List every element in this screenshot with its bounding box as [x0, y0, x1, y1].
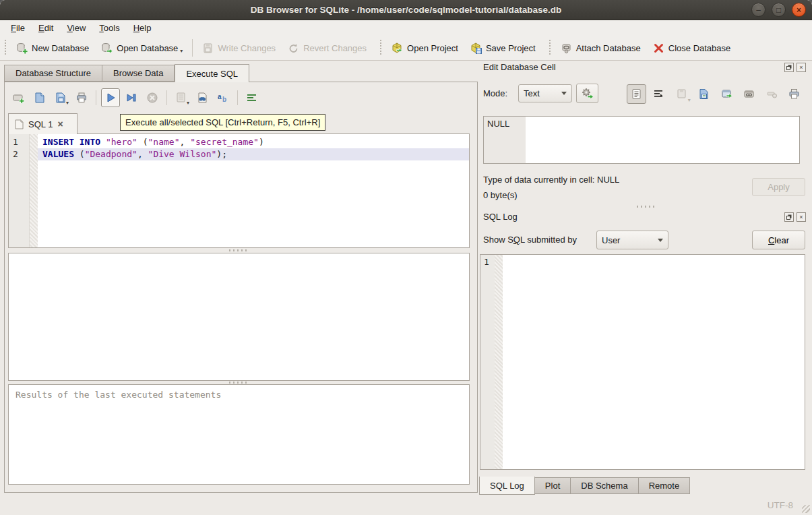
sql-log-view[interactable]: 1	[480, 254, 805, 470]
toolbar-drag-handle[interactable]	[547, 40, 553, 56]
tab-plot[interactable]: Plot	[535, 477, 571, 494]
maximize-button[interactable]: □	[772, 3, 786, 17]
save-results-button[interactable]: ▾	[172, 88, 191, 107]
sql-toolbar-separator	[237, 90, 238, 105]
sql-editor-code-lines[interactable]: INSERT INTO "hero" ("name", "secret_name…	[38, 134, 469, 247]
format-sql-button[interactable]: ab	[214, 88, 232, 107]
write-changes-button[interactable]: Write Changes	[196, 38, 282, 58]
export-data-icon[interactable]	[694, 84, 714, 104]
sql-editor-fold-margin	[30, 134, 38, 247]
write-changes-icon	[202, 42, 214, 54]
cell-value-area[interactable]	[526, 117, 799, 163]
sql-toolbar: ▾ ▾ ab	[9, 87, 261, 109]
close-button[interactable]: ×	[792, 3, 806, 17]
stop-execution-button[interactable]	[143, 88, 162, 107]
log-filter-combobox[interactable]: User	[596, 231, 668, 249]
gear-import-icon	[581, 87, 594, 100]
toolbar-drag-handle[interactable]	[378, 40, 383, 56]
sql-editor[interactable]: 12 INSERT INTO "hero" ("name", "secret_n…	[8, 133, 470, 248]
mode-combobox[interactable]: Text	[518, 84, 572, 102]
main-toolbar: New Database Open Database ▾ Write Chang…	[0, 36, 812, 61]
toolbar-drag-handle[interactable]	[3, 40, 8, 56]
open-project-button[interactable]: Open Project	[385, 38, 464, 58]
svg-text:a: a	[218, 93, 222, 100]
minimize-button[interactable]: –	[751, 3, 766, 17]
chevron-down-icon	[561, 92, 567, 95]
attach-database-button[interactable]: Attach Database	[555, 38, 647, 58]
splitter-handle[interactable]	[229, 249, 247, 251]
tab-sql-log[interactable]: SQL Log	[479, 477, 535, 495]
close-database-icon	[653, 42, 664, 54]
save-results-dropdown-caret[interactable]: ▾	[187, 100, 189, 106]
sql-document-tab[interactable]: SQL 1 ×	[8, 113, 77, 134]
cell-value-editor[interactable]: NULL	[483, 116, 800, 164]
execute-all-button[interactable]	[101, 88, 120, 107]
menu-edit[interactable]: Edit	[32, 21, 60, 35]
open-database-dropdown-caret[interactable]: ▾	[180, 48, 183, 54]
results-grid-pane[interactable]	[8, 253, 470, 381]
menu-view[interactable]: View	[60, 21, 92, 35]
close-sql-tab-icon[interactable]: ×	[57, 119, 63, 129]
save-sql-dropdown-caret[interactable]: ▾	[66, 100, 69, 106]
word-wrap-icon[interactable]	[649, 84, 668, 104]
word-wrap-icon[interactable]	[243, 88, 261, 107]
open-project-label: Open Project	[407, 43, 458, 53]
tab-browse-data[interactable]: Browse Data	[102, 65, 175, 82]
text-mode-icon[interactable]	[627, 84, 646, 104]
encoding-indicator: UTF-8	[768, 500, 793, 510]
sql-toolbar-separator	[96, 90, 96, 105]
save-project-button[interactable]: Save Project	[464, 38, 542, 58]
save-sql-file-button[interactable]: ▾	[51, 88, 70, 107]
import-dropdown-caret[interactable]: ▾	[688, 97, 691, 103]
open-external-icon[interactable]	[717, 84, 737, 104]
tab-database-structure[interactable]: Database Structure	[4, 65, 102, 82]
copy-link-icon[interactable]	[739, 84, 759, 104]
cell-size-info: 0 byte(s)	[483, 190, 518, 200]
menu-tools[interactable]: Tools	[92, 21, 126, 35]
line-number: 1	[9, 136, 29, 148]
find-icon[interactable]	[193, 88, 212, 107]
sql-log-content[interactable]	[503, 255, 805, 469]
close-dock-button[interactable]: ×	[797, 63, 806, 72]
menubar: File Edit View Tools Help	[0, 20, 812, 36]
print-button[interactable]	[72, 88, 91, 107]
titlebar[interactable]: DB Browser for SQLite - /home/user/code/…	[0, 0, 812, 20]
open-database-button[interactable]: Open Database ▾	[95, 38, 189, 58]
close-database-button[interactable]: Close Database	[647, 38, 737, 58]
open-sql-tab-button[interactable]	[9, 88, 28, 107]
splitter-handle[interactable]	[229, 382, 247, 384]
save-project-icon	[470, 42, 482, 54]
new-database-button[interactable]: New Database	[10, 38, 95, 58]
execute-line-button[interactable]	[122, 88, 141, 107]
sql-code-line[interactable]: INSERT INTO "hero" ("name", "secret_name…	[38, 136, 469, 148]
menu-help[interactable]: Help	[127, 21, 158, 35]
results-placeholder: Results of the last executed statements	[15, 390, 221, 400]
new-database-label: New Database	[32, 43, 89, 53]
splitter-handle[interactable]	[637, 206, 654, 208]
set-null-icon[interactable]	[762, 84, 782, 104]
import-data-icon[interactable]: ▾	[672, 84, 691, 104]
close-database-label: Close Database	[668, 43, 731, 53]
tooltip: Execute all/selected SQL [Ctrl+Return, F…	[120, 114, 325, 131]
close-dock-button[interactable]: ×	[797, 212, 806, 222]
toolbar-separator	[192, 39, 193, 57]
resize-grip[interactable]	[802, 505, 810, 513]
import-in-cell-button[interactable]	[576, 84, 598, 103]
tab-remote[interactable]: Remote	[639, 477, 691, 494]
float-dock-button[interactable]	[784, 63, 794, 72]
revert-changes-button[interactable]: Revert Changes	[282, 38, 373, 58]
window-title: DB Browser for SQLite - /home/user/code/…	[251, 5, 561, 15]
clear-log-button[interactable]: Clear	[752, 231, 805, 249]
open-database-label: Open Database	[117, 43, 178, 53]
tab-execute-sql[interactable]: Execute SQL	[175, 64, 249, 82]
float-icon	[786, 216, 790, 220]
print-icon[interactable]	[784, 84, 804, 104]
apply-button[interactable]: Apply	[752, 178, 805, 196]
tab-db-schema[interactable]: DB Schema	[571, 477, 638, 494]
sql-code-line[interactable]: VALUES ("Deadpond", "Dive Wilson");	[38, 148, 469, 160]
menu-file[interactable]: File	[4, 21, 32, 35]
float-dock-button[interactable]	[784, 212, 794, 222]
line-number: 2	[9, 148, 29, 160]
open-sql-file-button[interactable]	[30, 88, 49, 107]
results-message-pane[interactable]: Results of the last executed statements	[8, 384, 470, 485]
